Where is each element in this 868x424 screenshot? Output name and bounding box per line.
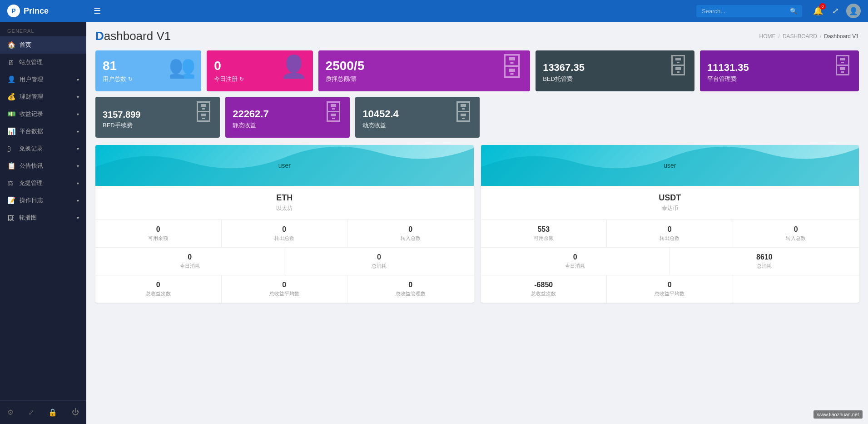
usdt-total-consume: 8610 总消耗 (670, 248, 859, 275)
stat-card-platform-fee-value: 11131.35 (707, 62, 852, 73)
chevron-down-icon: ▾ (77, 77, 79, 82)
search-button[interactable]: 🔍 (785, 5, 802, 17)
bed-fee-icon: 🗄 (193, 102, 214, 124)
register-card-icon: 👤 (280, 56, 308, 78)
eth-transfer-in: 0 转入总数 (347, 220, 474, 247)
user-icon: 👤 (7, 75, 16, 84)
sidebar-item-banner-label: 轮播图 (19, 214, 37, 222)
sidebar-item-home-label: 首页 (20, 41, 31, 49)
notice-icon: 📋 (7, 162, 16, 170)
main-area: ☰ 🔍 🔔 0 ⤢ 👤 Dashboard V1 HOME / DASHBOAR… (86, 0, 868, 424)
stat-card-bed-custody: 🗄 13367.35 BED托管费 (536, 50, 694, 91)
sidebar-item-oplog[interactable]: 📝 操作日志 ▾ (0, 192, 86, 209)
sidebar-item-site-manage[interactable]: 🖥 站点管理 (0, 54, 86, 71)
sidebar-item-income-label: 收益记录 (20, 110, 43, 118)
usdt-available-value: 553 (485, 225, 603, 234)
breadcrumb-section[interactable]: DASHBOARD (783, 33, 817, 40)
usdt-total-income-avg: 0 总收益平均数 (607, 275, 733, 303)
stat-card-register-label: 今日注册 ↻ (214, 75, 305, 83)
sidebar-logo[interactable]: P Prince (0, 0, 86, 22)
sidebar-item-user-manage[interactable]: 👤 用户管理 ▾ (0, 71, 86, 88)
chart-usdt-banner-label: user (664, 162, 676, 169)
usdt-transfer-in: 0 转入总数 (733, 220, 859, 247)
usdt-total-income-count-label: 总收益次数 (485, 290, 603, 297)
chart-usdt-currency-sub: 泰达币 (488, 205, 852, 212)
menu-toggle-icon[interactable]: ☰ (94, 6, 101, 16)
stat-card-bed-custody-label: BED托管费 (543, 75, 687, 83)
title-rest: ashboard V1 (104, 29, 171, 43)
chevron-down-icon6: ▾ (77, 164, 79, 169)
sidebar-item-home[interactable]: 🏠 首页 (0, 36, 86, 54)
eth-total-income-manage: 0 总收益管理数 (347, 275, 474, 303)
usdt-today-consume-label: 今日消耗 (485, 263, 666, 269)
usdt-total-consume-value: 8610 (674, 253, 855, 261)
lock-icon[interactable]: 🔒 (46, 406, 59, 419)
chart-eth-stats-row3: 0 总收益次数 0 总收益平均数 0 总收益管理数 (95, 275, 474, 303)
search-input[interactable] (696, 5, 787, 17)
sidebar-item-notice[interactable]: 📋 公告快讯 ▾ (0, 157, 86, 175)
home-icon: 🏠 (7, 41, 16, 49)
sidebar-item-exchange[interactable]: ₿ 兑换记录 ▾ (0, 140, 86, 157)
stat-card-users-label: 用户总数 ↻ (103, 75, 194, 83)
page-title: Dashboard V1 (95, 29, 171, 43)
fullscreen-button[interactable]: ⤢ (830, 4, 841, 18)
stat-card-users: 👥 81 用户总数 ↻ (95, 50, 201, 91)
eth-transfer-out: 0 转出总数 (222, 220, 348, 247)
empty-space (485, 97, 859, 138)
breadcrumb: HOME / DASHBOARD / Dashboard V1 (759, 33, 859, 40)
notification-badge: 0 (819, 3, 826, 10)
chart-eth-currency-sub: 以太坊 (103, 205, 466, 212)
chart-eth-stats-row1: 0 可用余额 0 转出总数 0 转入总数 (95, 219, 474, 247)
topbar: ☰ 🔍 🔔 0 ⤢ 👤 (86, 0, 868, 22)
chevron-down-icon2: ▾ (77, 95, 79, 100)
usdt-total-income-count: -6850 总收益次数 (481, 275, 607, 303)
usdt-today-consume-value: 0 (485, 253, 666, 261)
stat-card-platform-fee: 🗄 11131.35 平台管理费 (700, 50, 859, 91)
sidebar: P Prince GENERAL 🏠 首页 🖥 站点管理 👤 用户管理 ▾ 💰 … (0, 0, 86, 424)
power-icon[interactable]: ⏻ (70, 406, 81, 419)
platform-icon: 📊 (7, 127, 16, 135)
eth-total-consume: 0 总消耗 (284, 248, 473, 275)
chevron-down-icon5: ▾ (77, 146, 79, 151)
usdt-total-income-avg-label: 总收益平均数 (610, 290, 729, 297)
recharge-icon: ⚖ (7, 179, 15, 187)
chart-usdt-info: USDT 泰达币 (481, 186, 859, 219)
stat-card-static-income-label: 静态收益 (233, 121, 342, 130)
chart-usdt-currency: USDT (488, 193, 852, 203)
chart-eth-banner: user (95, 145, 474, 186)
avatar[interactable]: 👤 (846, 4, 861, 18)
sidebar-item-recharge-label: 充提管理 (19, 179, 43, 187)
stat-card-platform-fee-label: 平台管理费 (707, 75, 852, 83)
stat-cards-row2: 🗄 3157.899 BED手续费 🗄 22262.7 静态收益 🗄 10452… (95, 97, 859, 138)
usdt-available: 553 可用余额 (481, 220, 607, 247)
sidebar-item-banner[interactable]: 🖼 轮播图 ▾ (0, 209, 86, 226)
eth-total-consume-label: 总消耗 (288, 263, 470, 269)
usdt-transfer-out: 0 转出总数 (607, 220, 733, 247)
expand-icon[interactable]: ⤢ (26, 406, 36, 419)
sidebar-item-income[interactable]: 💵 收益记录 ▾ (0, 105, 86, 123)
eth-available: 0 可用余额 (95, 220, 222, 247)
sidebar-item-finance-label: 理财管理 (20, 93, 43, 101)
eth-total-consume-value: 0 (288, 253, 470, 261)
sidebar-section-label: GENERAL (0, 22, 86, 36)
content-area: Dashboard V1 HOME / DASHBOARD / Dashboar… (86, 22, 868, 424)
stat-card-pledge-value: 2500/5 (326, 59, 523, 73)
bed-custody-icon: 🗄 (667, 56, 689, 78)
monitor-icon: 🖥 (7, 59, 15, 66)
usdt-transfer-out-label: 转出总数 (610, 235, 729, 242)
stat-card-bed-fee-label: BED手续费 (103, 121, 213, 130)
dynamic-income-icon: 🗄 (452, 102, 474, 124)
eth-total-income-count: 0 总收益次数 (95, 275, 222, 303)
notification-button[interactable]: 🔔 0 (811, 4, 825, 18)
income-icon: 💵 (7, 110, 16, 118)
sidebar-item-finance[interactable]: 💰 理财管理 ▾ (0, 88, 86, 105)
sidebar-item-platform[interactable]: 📊 平台数据 ▾ (0, 123, 86, 140)
breadcrumb-home[interactable]: HOME (759, 33, 776, 40)
sidebar-item-user-label: 用户管理 (20, 75, 43, 84)
eth-total-income-avg: 0 总收益平均数 (222, 275, 348, 303)
chart-eth-currency: ETH (103, 193, 466, 203)
stat-card-dynamic-income-label: 动态收益 (362, 121, 472, 130)
settings-icon[interactable]: ⚙ (5, 406, 15, 419)
static-income-icon: 🗄 (322, 102, 344, 124)
sidebar-item-recharge[interactable]: ⚖ 充提管理 ▾ (0, 175, 86, 192)
